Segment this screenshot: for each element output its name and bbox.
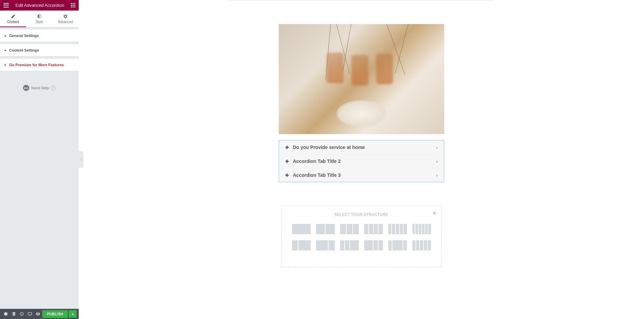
ea-badge-icon: EA bbox=[23, 85, 29, 91]
panel-title: Edit Advanced Accordion bbox=[16, 3, 64, 8]
tab-style-label: Style bbox=[36, 20, 43, 24]
section-content-label: Content Settings bbox=[9, 48, 39, 52]
panel-tabs: Content Style Advanced bbox=[0, 11, 79, 27]
collapse-handle[interactable]: ‹ bbox=[79, 151, 83, 168]
caret-right-icon: ▸ bbox=[5, 49, 6, 52]
publish-options-button[interactable]: ▲ bbox=[69, 310, 77, 318]
history-icon[interactable] bbox=[18, 310, 25, 318]
structure-row bbox=[292, 240, 431, 250]
apps-grid-icon[interactable] bbox=[71, 3, 75, 7]
caret-right-icon: ▸ bbox=[5, 34, 6, 37]
sidebar-header: Edit Advanced Accordion bbox=[0, 0, 79, 11]
structure-option-left-two-small[interactable] bbox=[340, 240, 359, 250]
plus-icon: ✚ bbox=[285, 173, 289, 178]
hamburger-menu-icon[interactable] bbox=[3, 3, 9, 8]
chevron-right-icon: › bbox=[436, 145, 437, 150]
accordion-item[interactable]: ✚ Accordion Tab Title 3 › bbox=[279, 168, 444, 182]
pencil-icon bbox=[11, 14, 16, 19]
sidebar-panel: Edit Advanced Accordion Content Style Ad… bbox=[0, 0, 79, 319]
structure-option-5col[interactable] bbox=[388, 224, 407, 234]
structure-option-3col[interactable] bbox=[340, 224, 359, 234]
tab-content-label: Content bbox=[7, 20, 19, 24]
accordion-title: Do you Provide service at home bbox=[293, 145, 365, 150]
structure-selector: × SELECT YOUR STRUCTURE bbox=[281, 206, 442, 267]
need-help[interactable]: EA Need Help ? bbox=[0, 85, 79, 91]
structure-option-2col[interactable] bbox=[316, 224, 335, 234]
structure-option-5col-b[interactable] bbox=[412, 240, 431, 250]
close-icon[interactable]: × bbox=[433, 210, 436, 217]
navigator-icon[interactable] bbox=[10, 310, 18, 318]
plus-icon: ✚ bbox=[285, 159, 289, 164]
tab-advanced-label: Advanced bbox=[58, 20, 73, 24]
contrast-icon bbox=[37, 14, 42, 19]
plus-icon: ✚ bbox=[285, 145, 289, 150]
tab-content[interactable]: Content bbox=[0, 11, 26, 27]
hero-image[interactable] bbox=[279, 24, 444, 134]
canvas: ✚ Do you Provide service at home › ✚ Acc… bbox=[79, 0, 644, 319]
accordion-item[interactable]: ✚ Accordion Tab Title 2 › bbox=[279, 154, 444, 168]
structure-option-6col[interactable] bbox=[412, 224, 431, 234]
accordion-title: Accordion Tab Title 3 bbox=[293, 172, 341, 178]
chevron-left-icon: ‹ bbox=[80, 157, 82, 162]
need-help-label: Need Help bbox=[31, 86, 49, 90]
advanced-accordion-widget[interactable]: ✚ Do you Provide service at home › ✚ Acc… bbox=[279, 140, 444, 182]
structure-option-center-wide[interactable] bbox=[388, 240, 407, 250]
structure-option-left-small[interactable] bbox=[292, 240, 311, 250]
caret-right-icon: ▸ bbox=[5, 63, 6, 67]
content-wrapper: ✚ Do you Provide service at home › ✚ Acc… bbox=[185, 0, 538, 267]
publish-button[interactable]: PUBLISH bbox=[42, 310, 68, 318]
section-go-premium[interactable]: ▸ Go Premium for More Features bbox=[0, 59, 79, 71]
tab-style[interactable]: Style bbox=[26, 11, 52, 27]
structure-row bbox=[292, 224, 431, 234]
section-general-label: General Settings bbox=[9, 34, 39, 38]
gear-icon bbox=[63, 14, 68, 19]
section-general-settings[interactable]: ▸ General Settings bbox=[0, 30, 79, 42]
accordion-item[interactable]: ✚ Do you Provide service at home › bbox=[279, 140, 444, 154]
chevron-right-icon: › bbox=[436, 159, 437, 164]
responsive-icon[interactable] bbox=[26, 310, 34, 318]
chevron-right-icon: › bbox=[436, 173, 437, 178]
question-icon: ? bbox=[51, 86, 56, 90]
sidebar-footer: PUBLISH ▲ bbox=[0, 309, 79, 319]
structure-option-right-small[interactable] bbox=[316, 240, 335, 250]
structure-option-right-two-small[interactable] bbox=[364, 240, 383, 250]
accordion-title: Accordion Tab Title 2 bbox=[293, 158, 341, 164]
structure-option-1col[interactable] bbox=[292, 224, 311, 234]
divider bbox=[229, 0, 494, 0]
structure-title: SELECT YOUR STRUCTURE bbox=[292, 212, 431, 217]
settings-icon[interactable] bbox=[2, 310, 9, 318]
structure-option-4col[interactable] bbox=[364, 224, 383, 234]
section-premium-label: Go Premium for More Features bbox=[9, 63, 64, 67]
preview-icon[interactable] bbox=[34, 310, 42, 318]
tab-advanced[interactable]: Advanced bbox=[53, 11, 79, 27]
section-content-settings[interactable]: ▸ Content Settings bbox=[0, 44, 79, 57]
